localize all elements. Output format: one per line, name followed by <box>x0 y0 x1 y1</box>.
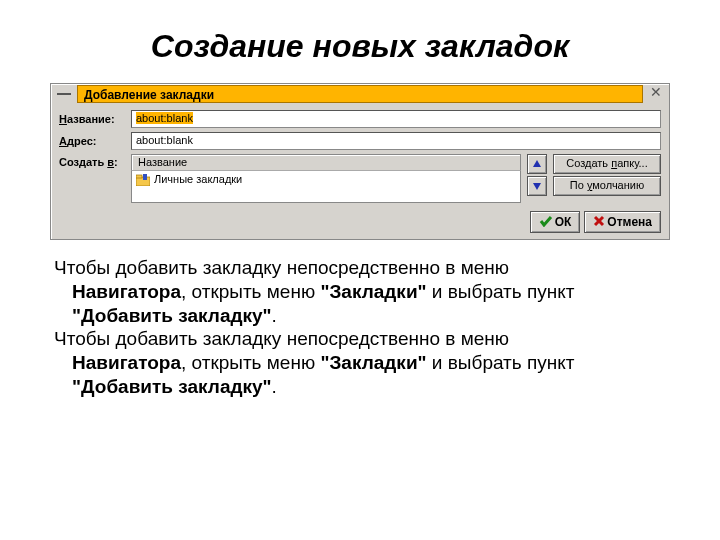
slide-title: Создание новых закладок <box>50 28 670 65</box>
svg-rect-2 <box>143 174 147 180</box>
close-button[interactable]: ✕ <box>647 85 665 103</box>
folder-tree[interactable]: Личные закладки <box>131 171 521 203</box>
dialog-title: Добавление закладки <box>77 85 643 103</box>
ok-button[interactable]: ОК <box>530 211 581 233</box>
create-in-label: Создать в: <box>59 154 131 168</box>
check-icon <box>539 215 553 230</box>
new-folder-button[interactable]: Создать папку... <box>553 154 661 174</box>
cross-icon <box>593 215 605 230</box>
svg-marker-3 <box>533 160 541 167</box>
tree-root-item[interactable]: Личные закладки <box>154 173 242 185</box>
tree-header[interactable]: Название <box>131 154 521 171</box>
svg-marker-4 <box>533 183 541 190</box>
add-bookmark-dialog: Добавление закладки ✕ Название: about:bl… <box>50 83 670 240</box>
dialog-titlebar: Добавление закладки ✕ <box>51 84 669 104</box>
svg-rect-1 <box>136 175 142 178</box>
system-menu-icon[interactable] <box>57 93 71 95</box>
cancel-button[interactable]: Отмена <box>584 211 661 233</box>
name-label: Название: <box>59 113 131 125</box>
address-input[interactable]: about:blank <box>131 132 661 150</box>
description-text: Чтобы добавить закладку непосредственно … <box>54 256 666 399</box>
address-label: Адрес: <box>59 135 131 147</box>
default-button[interactable]: По умолчанию <box>553 176 661 196</box>
move-down-button[interactable] <box>527 176 547 196</box>
bookmark-folder-icon <box>136 174 150 186</box>
move-up-button[interactable] <box>527 154 547 174</box>
name-input[interactable]: about:blank <box>131 110 661 128</box>
